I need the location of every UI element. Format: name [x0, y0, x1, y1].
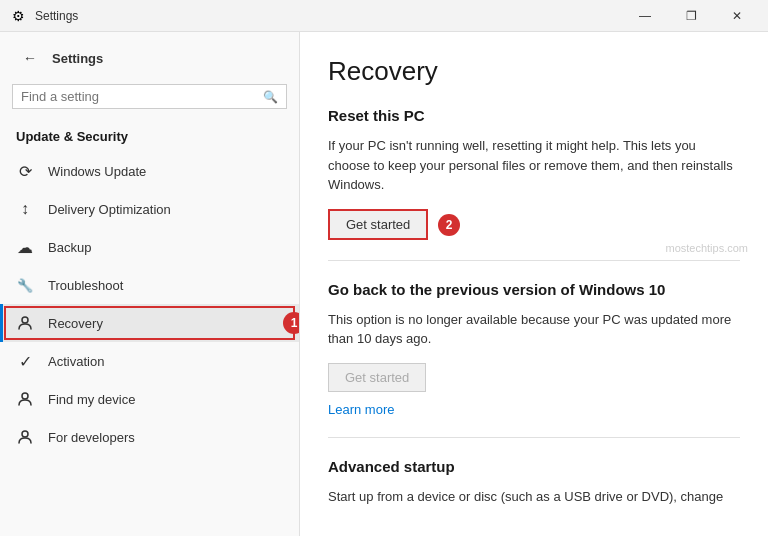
- get-started-wrap: Get started 2: [328, 209, 460, 240]
- sidebar-item-label: Activation: [48, 354, 104, 369]
- divider-2: [328, 437, 740, 438]
- reset-pc-section: Reset this PC If your PC isn't running w…: [328, 107, 740, 240]
- divider-1: [328, 260, 740, 261]
- main-container: ← Settings 🔍 Update & Security ⟳ Windows…: [0, 32, 768, 536]
- content-area: Recovery Reset this PC If your PC isn't …: [300, 32, 768, 536]
- sidebar-item-label: Backup: [48, 240, 91, 255]
- sidebar-app-title: Settings: [52, 51, 103, 66]
- activation-icon: ✓: [16, 352, 34, 370]
- reset-pc-get-started-button[interactable]: Get started: [328, 209, 428, 240]
- annotation-badge-1: 1: [283, 312, 300, 334]
- advanced-startup-desc: Start up from a device or disc (such as …: [328, 487, 740, 507]
- svg-point-0: [22, 317, 28, 323]
- titlebar-controls: — ❐ ✕: [622, 0, 760, 32]
- sidebar-section-title: Update & Security: [0, 121, 299, 152]
- go-back-get-started-button: Get started: [328, 363, 426, 392]
- delivery-optimization-icon: ↕: [16, 200, 34, 218]
- sidebar-item-label: Find my device: [48, 392, 135, 407]
- sidebar-item-backup[interactable]: ☁ Backup: [0, 228, 299, 266]
- advanced-startup-title: Advanced startup: [328, 458, 740, 475]
- svg-point-2: [22, 431, 28, 437]
- svg-point-1: [22, 393, 28, 399]
- troubleshoot-icon: 🔧: [16, 276, 34, 294]
- titlebar-title: Settings: [35, 9, 78, 23]
- sidebar-item-label: Windows Update: [48, 164, 146, 179]
- sidebar-item-label: Troubleshoot: [48, 278, 123, 293]
- maximize-button[interactable]: ❐: [668, 0, 714, 32]
- go-back-desc: This option is no longer available becau…: [328, 310, 740, 349]
- settings-icon: ⚙: [12, 8, 25, 24]
- annotation-badge-2: 2: [438, 214, 460, 236]
- minimize-button[interactable]: —: [622, 0, 668, 32]
- reset-pc-desc: If your PC isn't running well, resetting…: [328, 136, 740, 195]
- windows-update-icon: ⟳: [16, 162, 34, 180]
- sidebar: ← Settings 🔍 Update & Security ⟳ Windows…: [0, 32, 300, 536]
- reset-pc-title: Reset this PC: [328, 107, 740, 124]
- search-icon[interactable]: 🔍: [263, 90, 278, 104]
- go-back-title: Go back to the previous version of Windo…: [328, 281, 740, 298]
- sidebar-item-recovery[interactable]: Recovery 1: [0, 304, 299, 342]
- sidebar-item-for-developers[interactable]: For developers: [0, 418, 299, 456]
- go-back-section: Go back to the previous version of Windo…: [328, 281, 740, 417]
- sidebar-item-find-my-device[interactable]: Find my device: [0, 380, 299, 418]
- back-button[interactable]: ←: [16, 44, 44, 72]
- sidebar-item-delivery-optimization[interactable]: ↕ Delivery Optimization: [0, 190, 299, 228]
- sidebar-item-activation[interactable]: ✓ Activation: [0, 342, 299, 380]
- close-button[interactable]: ✕: [714, 0, 760, 32]
- sidebar-item-label: Recovery: [48, 316, 103, 331]
- for-developers-icon: [16, 428, 34, 446]
- sidebar-item-label: For developers: [48, 430, 135, 445]
- sidebar-back-row: ← Settings: [0, 32, 299, 84]
- advanced-startup-section: Advanced startup Start up from a device …: [328, 458, 740, 507]
- titlebar-left: ⚙ Settings: [12, 8, 78, 24]
- recovery-icon: [16, 314, 34, 332]
- backup-icon: ☁: [16, 238, 34, 256]
- learn-more-link[interactable]: Learn more: [328, 402, 394, 417]
- page-title: Recovery: [328, 56, 740, 87]
- sidebar-item-troubleshoot[interactable]: 🔧 Troubleshoot: [0, 266, 299, 304]
- find-device-icon: [16, 390, 34, 408]
- search-box: 🔍: [12, 84, 287, 109]
- sidebar-item-label: Delivery Optimization: [48, 202, 171, 217]
- search-input[interactable]: [21, 89, 257, 104]
- titlebar: ⚙ Settings — ❐ ✕: [0, 0, 768, 32]
- sidebar-item-windows-update[interactable]: ⟳ Windows Update: [0, 152, 299, 190]
- watermark: mostechtips.com: [665, 242, 748, 254]
